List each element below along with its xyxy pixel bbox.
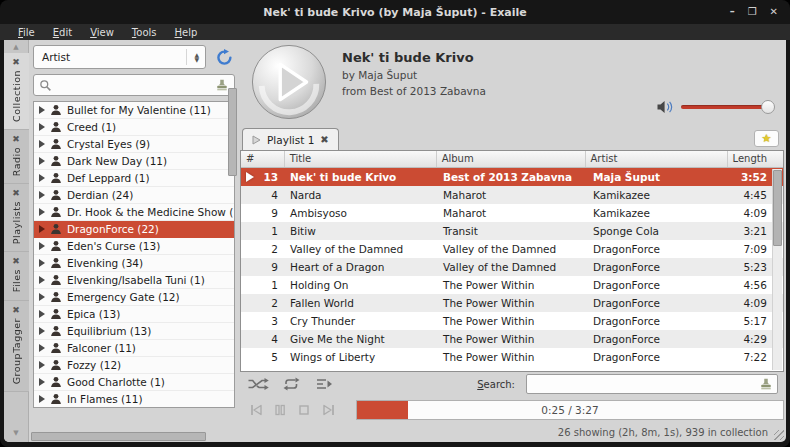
- scroll-up-icon[interactable]: ▲: [13, 40, 18, 53]
- expander-icon[interactable]: [39, 242, 45, 250]
- artist-list-item[interactable]: Creed (1): [34, 119, 234, 136]
- expander-icon[interactable]: [39, 208, 45, 216]
- side-tab-files[interactable]: ✖ Files: [4, 252, 29, 300]
- column-header-artist[interactable]: Artist: [586, 151, 728, 167]
- column-header-length[interactable]: Length: [728, 151, 784, 167]
- progress-bar[interactable]: 0:25 / 3:27: [356, 400, 784, 420]
- artist-list-hscrollbar[interactable]: [31, 432, 206, 441]
- side-tab-playlists[interactable]: ✖ Playlists: [4, 184, 29, 252]
- artist-list-item[interactable]: Dr. Hook & the Medicine Show (1): [34, 204, 234, 221]
- artist-list-item[interactable]: DragonForce (22): [34, 221, 234, 238]
- playlist-row[interactable]: 2 Fallen World The Power Within DragonFo…: [241, 294, 783, 312]
- expander-icon[interactable]: [39, 344, 45, 352]
- expander-icon[interactable]: [39, 276, 45, 284]
- previous-button[interactable]: [248, 402, 264, 418]
- artist-list-item[interactable]: Epica (13): [34, 306, 234, 323]
- artist-list-vscrollbar[interactable]: [228, 88, 237, 176]
- artist-list-item[interactable]: Dark New Day (11): [34, 153, 234, 170]
- playlist-tab-close-icon[interactable]: ✖: [320, 134, 328, 145]
- playlist-search[interactable]: [526, 374, 778, 394]
- playlist-row[interactable]: 13 Nek' ti bude Krivo Best of 2013 Zabav…: [241, 168, 783, 186]
- artist-list-item[interactable]: Equilibrium (13): [34, 323, 234, 340]
- playlist-row[interactable]: 1 Holding On The Power Within DragonForc…: [241, 276, 783, 294]
- menu-item-edit[interactable]: Edit: [45, 26, 80, 39]
- expander-icon[interactable]: [39, 293, 45, 301]
- artist-list-item[interactable]: Bullet for My Valentine (11): [34, 102, 234, 119]
- close-button[interactable]: ✕: [770, 7, 778, 17]
- expander-icon[interactable]: [39, 225, 45, 233]
- menu-item-tools[interactable]: Tools: [124, 26, 165, 39]
- next-button[interactable]: [320, 402, 336, 418]
- dynamic-button[interactable]: [312, 375, 336, 393]
- close-icon[interactable]: ✖: [12, 188, 20, 198]
- playlist-row[interactable]: 5 Wings of Liberty The Power Within Drag…: [241, 348, 783, 366]
- side-tab-grouptagger[interactable]: ✖ GroupTagger: [4, 301, 29, 392]
- artist-list-item[interactable]: Fozzy (12): [34, 357, 234, 374]
- playlist-row[interactable]: 3 Cry Thunder The Power Within DragonFor…: [241, 312, 783, 330]
- minimize-button[interactable]: –: [730, 7, 735, 17]
- playlist-row[interactable]: 9 Heart of a Dragon Valley of the Damned…: [241, 258, 783, 276]
- artist-list-item[interactable]: Good Charlotte (1): [34, 374, 234, 391]
- volume-icon[interactable]: [656, 100, 674, 114]
- play-button[interactable]: [250, 43, 328, 121]
- close-icon[interactable]: ✖: [12, 256, 20, 266]
- artist-list-item[interactable]: Eden's Curse (13): [34, 238, 234, 255]
- menu-item-file[interactable]: File: [10, 26, 43, 39]
- playlist-row[interactable]: 9 Ambisyoso Maharot Kamikazee 4:09: [241, 204, 783, 222]
- artist-field-selector[interactable]: Artist ▲▼: [33, 45, 206, 69]
- column-header-title[interactable]: Title: [285, 151, 437, 167]
- filter-stamp-icon[interactable]: [215, 78, 229, 92]
- playlist-row[interactable]: 4 Narda Maharot Kamikazee 4:45: [241, 186, 783, 204]
- playlist-vscroll-thumb[interactable]: [773, 170, 782, 246]
- resize-grip[interactable]: [774, 430, 784, 440]
- artist-list-item[interactable]: Emergency Gate (12): [34, 289, 234, 306]
- collection-search[interactable]: [33, 74, 235, 96]
- refresh-collection-button[interactable]: [213, 46, 235, 68]
- pause-button[interactable]: [272, 402, 288, 418]
- artist-list-item[interactable]: Elvenking/Isabella Tuni (1): [34, 272, 234, 289]
- filter-stamp-icon[interactable]: [759, 377, 773, 391]
- playlist-search-input[interactable]: [531, 378, 756, 390]
- expander-icon[interactable]: [39, 106, 45, 114]
- shuffle-button[interactable]: [246, 375, 270, 393]
- expander-icon[interactable]: [39, 191, 45, 199]
- collection-search-input[interactable]: [56, 79, 211, 91]
- expander-icon[interactable]: [39, 123, 45, 131]
- scroll-down-icon[interactable]: ▼: [13, 426, 18, 442]
- side-tab-radio[interactable]: ✖ Radio: [4, 130, 29, 184]
- column-header-album[interactable]: Album: [437, 151, 586, 167]
- playlist-tab[interactable]: Playlist 1 ✖: [242, 128, 339, 150]
- column-header-num[interactable]: #: [241, 151, 285, 167]
- expander-icon[interactable]: [39, 310, 45, 318]
- artist-list-item[interactable]: Derdian (24): [34, 187, 234, 204]
- artist-list-item[interactable]: Crystal Eyes (9): [34, 136, 234, 153]
- menu-item-help[interactable]: Help: [167, 26, 206, 39]
- maximize-button[interactable]: ❐: [748, 7, 757, 17]
- volume-slider[interactable]: [681, 105, 772, 109]
- playlist-row[interactable]: 1 Bitiw Transit Sponge Cola 3:21: [241, 222, 783, 240]
- playlist-vscrollbar[interactable]: [772, 169, 782, 370]
- close-icon[interactable]: ✖: [12, 134, 20, 144]
- artist-list-item[interactable]: Falconer (11): [34, 340, 234, 357]
- expander-icon[interactable]: [39, 259, 45, 267]
- volume-handle[interactable]: [761, 100, 775, 114]
- expander-icon[interactable]: [39, 395, 45, 403]
- close-icon[interactable]: ✖: [12, 305, 20, 315]
- expander-icon[interactable]: [39, 378, 45, 386]
- artist-list-item[interactable]: In Flames (11): [34, 391, 234, 408]
- close-icon[interactable]: ✖: [12, 57, 20, 67]
- artist-list-item[interactable]: Elvenking (34): [34, 255, 234, 272]
- expander-icon[interactable]: [39, 327, 45, 335]
- expander-icon[interactable]: [39, 174, 45, 182]
- expander-icon[interactable]: [39, 140, 45, 148]
- expander-icon[interactable]: [39, 157, 45, 165]
- playlist-row[interactable]: 4 Give Me the Night The Power Within Dra…: [241, 330, 783, 348]
- artist-list-item[interactable]: Def Leppard (1): [34, 170, 234, 187]
- stop-button[interactable]: [296, 402, 312, 418]
- menu-item-view[interactable]: View: [82, 26, 122, 39]
- repeat-button[interactable]: [279, 375, 303, 393]
- playlist-row[interactable]: 2 Valley of the Damned Valley of the Dam…: [241, 240, 783, 258]
- expander-icon[interactable]: [39, 361, 45, 369]
- new-playlist-button[interactable]: ★: [754, 130, 779, 147]
- side-tab-collection[interactable]: ✖ Collection: [4, 53, 29, 130]
